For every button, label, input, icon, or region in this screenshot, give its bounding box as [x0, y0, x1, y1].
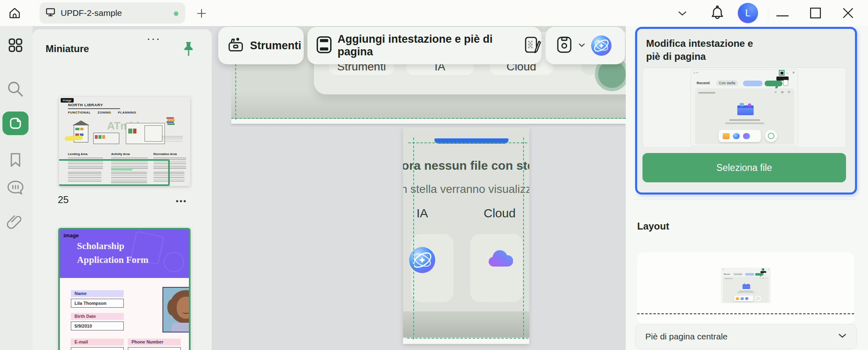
notifications-bell-icon[interactable]: [710, 5, 725, 22]
new-tab-button[interactable]: [196, 8, 207, 20]
cloud-icon: [488, 249, 513, 270]
monitor-icon: [45, 7, 56, 19]
phone-label: Phone Number: [128, 339, 181, 346]
form-title-line1: Scholarship: [77, 241, 124, 252]
divider: [634, 199, 857, 200]
close-button[interactable]: [842, 7, 854, 21]
divider: [68, 108, 120, 109]
tab-title: UPDF-2-sample: [61, 8, 122, 18]
tools-label: Strumenti: [250, 39, 301, 52]
layout-preview-card[interactable]: ⌂ + – ✕ Recenti Con stella ≡ ⊞ ⟳: [637, 252, 854, 324]
page-text-line2: n stella verranno visualizz: [403, 183, 529, 196]
page-bottom-margin: [403, 338, 529, 344]
sidebar-item-comments[interactable]: [2, 176, 28, 199]
page-card-label: IA: [416, 206, 428, 220]
layout-section-title: Layout: [637, 221, 669, 232]
image-tag: image: [64, 232, 79, 238]
page-text-line1: cora nessun file con stel: [403, 159, 529, 173]
minimize-button[interactable]: [776, 11, 789, 19]
mini-screenshot: ⌂ + – ✕ Recenti Con stella ≡ ⊞ ⟳: [690, 69, 798, 146]
header-footer-toolbar: Aggiungi intestazione e piè di pagina: [307, 27, 541, 64]
page-shadow-band: [231, 91, 626, 119]
sidebar-item-attachments[interactable]: [2, 210, 28, 234]
form-title-line2: Application Form: [77, 255, 149, 265]
header-guide-line: [408, 142, 527, 143]
title-bar: UPDF-2-sample L: [0, 0, 868, 26]
page-bottom-margin: [231, 119, 626, 124]
wizard-title-line2: piè di pagina: [646, 50, 706, 63]
panel-title: Miniature: [46, 43, 89, 55]
page-more-menu[interactable]: •••: [176, 197, 187, 206]
save-icon[interactable]: [556, 36, 572, 55]
mini-file-area: ≡ ⊞ ⟳: [695, 88, 794, 144]
save-toolbar: [546, 27, 625, 64]
footer-guide-line: [231, 118, 626, 119]
header-footer-icon[interactable]: [316, 35, 333, 56]
phone-field: [128, 347, 181, 350]
panel-drag-handle[interactable]: ...: [147, 33, 162, 42]
page-selection-rect: [59, 159, 170, 186]
home-icon[interactable]: [8, 7, 21, 21]
wizard-preview-card: ⌂ + – ✕ Recenti Con stella ≡ ⊞ ⟳: [642, 68, 846, 148]
sidebar-item-search[interactable]: [2, 77, 28, 101]
edit-pattern-icon[interactable]: [524, 35, 541, 56]
birth-date-label: Birth Date: [71, 313, 124, 320]
sidebar-item-bookmarks[interactable]: [2, 148, 28, 172]
unsaved-dot: [174, 11, 178, 16]
collapse-toolbar-icon[interactable]: [677, 10, 687, 19]
sidebar-item-thumbnails[interactable]: [2, 112, 28, 135]
footer-position-select[interactable]: Piè di pagina centrale: [635, 324, 857, 349]
save-dropdown-chevron-icon[interactable]: [578, 42, 585, 49]
avatar[interactable]: L: [738, 3, 758, 23]
divider: [768, 6, 768, 20]
mini-folder-icon: [737, 104, 754, 116]
header-footer-wizard-card: Modifica intestazione e piè di pagina ⌂ …: [635, 27, 857, 195]
pin-icon[interactable]: [183, 42, 194, 59]
margin-guide-vertical: [413, 138, 414, 339]
thumb-doc-tabs: FUNCTIONAL ZONING PLANNING: [68, 111, 136, 114]
footer-position-dashed-line: [637, 313, 854, 314]
thumb-doc-title: NORTH LIBRARY: [68, 103, 103, 107]
page-card-label: Cloud: [484, 206, 515, 220]
name-label: Name: [71, 290, 124, 297]
mini-tab-starred: Con stella: [716, 80, 738, 86]
chevron-down-icon: [838, 333, 847, 340]
mini-window-controls: – ✕: [786, 71, 796, 74]
select-file-button[interactable]: Seleziona file: [642, 153, 846, 182]
page-number: 25: [58, 194, 69, 206]
pdf-page-portrait[interactable]: cora nessun file con stel n stella verra…: [403, 127, 529, 344]
mini-dock: [719, 130, 761, 142]
mini-history-button: [765, 130, 777, 142]
footer-position-value: Piè di pagina centrale: [645, 332, 838, 341]
document-canvas: Strumenti IA Cloud cora nessun file con …: [212, 26, 626, 350]
page-shadow-band: [403, 311, 529, 337]
mini-blue-button: [743, 81, 763, 86]
wizard-title-line1: Modifica intestazione e: [646, 37, 753, 50]
birth-date-field: 5/9/2010: [71, 322, 124, 330]
mini-highlighted-icon: [779, 70, 785, 76]
sidebar: [0, 26, 33, 350]
tools-button[interactable]: Strumenti: [218, 27, 304, 64]
email-label: E-mail: [71, 339, 124, 346]
footer-guide-line: [407, 338, 528, 339]
document-tab[interactable]: UPDF-2-sample: [39, 2, 185, 24]
applicant-photo: [162, 287, 191, 332]
right-panel: Modifica intestazione e piè di pagina ⌂ …: [626, 26, 868, 350]
page-thumbnail-25[interactable]: image NORTH LIBRARY FUNCTIONAL ZONING PL…: [59, 97, 190, 186]
toolbox-icon: [227, 36, 244, 55]
mini-titlebar: ⌂ +: [693, 71, 698, 74]
name-field: Lila Thompson: [71, 299, 124, 308]
mini-tab-recent: Recenti: [697, 81, 710, 85]
sidebar-item-apps[interactable]: [2, 33, 28, 57]
layout-mini-wrapper: ⌂ + – ✕ Recenti Con stella ≡ ⊞ ⟳: [721, 268, 770, 303]
image-tag: image: [61, 98, 74, 103]
mini-highlighted-icon: [762, 268, 764, 271]
page-thumbnail-scholarship[interactable]: image Scholarship Application Form Name …: [58, 228, 191, 350]
form-header: image Scholarship Application Form: [60, 230, 189, 278]
mini-screenshot: ⌂ + – ✕ Recenti Con stella ≡ ⊞ ⟳: [721, 268, 770, 303]
email-field: [71, 347, 124, 350]
ai-assistant-button[interactable]: [591, 35, 612, 56]
maximize-button[interactable]: [809, 7, 822, 21]
thumbnails-panel: ... Miniature image NORTH LIBRARY FUNCTI…: [33, 29, 212, 350]
margin-guide-vertical: [523, 138, 524, 339]
